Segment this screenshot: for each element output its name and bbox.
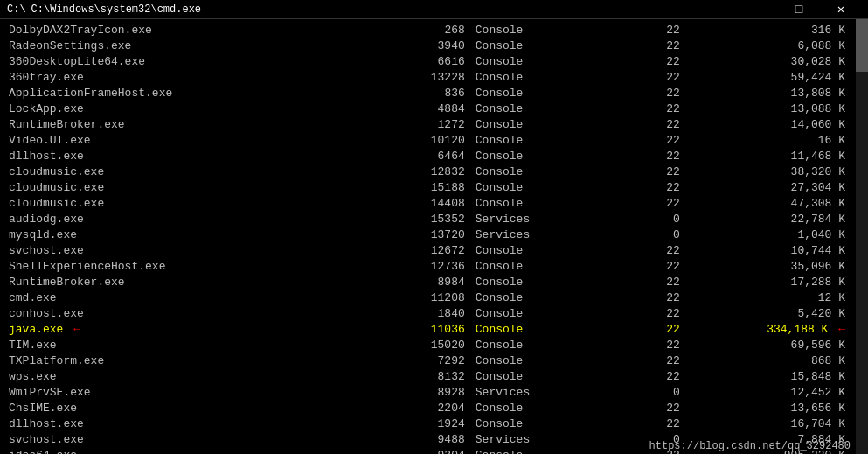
process-name: 360DesktopLite64.exe bbox=[5, 54, 369, 70]
table-row: 360tray.exe13228Console2259,424 K bbox=[5, 70, 849, 86]
title-bar: C:\ C:\Windows\system32\cmd.exe – □ ✕ bbox=[0, 0, 868, 19]
process-pid: 13720 bbox=[369, 227, 469, 243]
process-sessions: 22 bbox=[617, 306, 684, 322]
process-pid: 14408 bbox=[369, 196, 469, 212]
process-sessions: 22 bbox=[617, 275, 684, 290]
process-pid: 9304 bbox=[369, 448, 469, 454]
table-row: cloudmusic.exe15188Console2227,304 K bbox=[5, 180, 849, 196]
table-row: cloudmusic.exe14408Console2247,308 K bbox=[5, 196, 849, 212]
window-controls: – □ ✕ bbox=[737, 0, 861, 19]
process-mem: 5,420 K bbox=[684, 306, 849, 322]
process-pid: 8132 bbox=[369, 369, 469, 385]
process-pid: 268 bbox=[369, 23, 469, 38]
process-type: Services bbox=[469, 227, 617, 243]
process-sessions: 22 bbox=[617, 243, 684, 259]
process-type: Console bbox=[469, 133, 617, 149]
process-sessions: 22 bbox=[617, 322, 684, 338]
maximize-button[interactable]: □ bbox=[779, 0, 819, 19]
process-pid: 1272 bbox=[369, 117, 469, 133]
process-name: ShellExperienceHost.exe bbox=[5, 259, 369, 275]
table-row: WmiPrvSE.exe8928Services012,452 K bbox=[5, 385, 849, 401]
scrollbar[interactable] bbox=[856, 19, 868, 454]
console-area: DolbyDAX2TrayIcon.exe268Console22316 KRa… bbox=[0, 19, 868, 454]
process-type: Console bbox=[469, 54, 617, 70]
table-row: svchost.exe12672Console2210,744 K bbox=[5, 243, 849, 259]
process-type: Console bbox=[469, 290, 617, 306]
process-name: conhost.exe bbox=[5, 306, 369, 322]
process-sessions: 0 bbox=[617, 385, 684, 401]
process-sessions: 22 bbox=[617, 133, 684, 149]
table-row: conhost.exe1840Console225,420 K bbox=[5, 306, 849, 322]
table-row: cloudmusic.exe12832Console2238,320 K bbox=[5, 164, 849, 180]
process-type: Services bbox=[469, 212, 617, 227]
process-sessions: 22 bbox=[617, 70, 684, 86]
process-mem: 38,320 K bbox=[684, 164, 849, 180]
scrollbar-thumb[interactable] bbox=[856, 19, 868, 72]
process-pid: 12832 bbox=[369, 164, 469, 180]
table-row: Video.UI.exe10120Console2216 K bbox=[5, 133, 849, 149]
process-mem: 12 K bbox=[684, 290, 849, 306]
process-name: RadeonSettings.exe bbox=[5, 38, 369, 54]
process-type: Console bbox=[469, 243, 617, 259]
process-pid: 1924 bbox=[369, 416, 469, 432]
process-type: Services bbox=[469, 385, 617, 401]
process-type: Console bbox=[469, 416, 617, 432]
process-mem: 69,596 K bbox=[684, 338, 849, 353]
process-type: Console bbox=[469, 306, 617, 322]
table-row: 360DesktopLite64.exe6616Console2230,028 … bbox=[5, 54, 849, 70]
process-sessions: 22 bbox=[617, 101, 684, 117]
table-row: dllhost.exe1924Console2216,704 K bbox=[5, 416, 849, 432]
table-row: TXPlatform.exe7292Console22868 K bbox=[5, 353, 849, 369]
process-mem: 13,656 K bbox=[684, 401, 849, 416]
cmd-icon: C:\ bbox=[7, 3, 26, 16]
process-pid: 836 bbox=[369, 86, 469, 101]
process-pid: 15020 bbox=[369, 338, 469, 353]
process-type: Console bbox=[469, 401, 617, 416]
process-name: svchost.exe bbox=[5, 243, 369, 259]
process-mem: 16,704 K bbox=[684, 416, 849, 432]
process-type: Console bbox=[469, 38, 617, 54]
table-row: RadeonSettings.exe3940Console226,088 K bbox=[5, 38, 849, 54]
minimize-button[interactable]: – bbox=[737, 0, 777, 19]
process-type: Console bbox=[469, 23, 617, 38]
process-name: idea64.exe bbox=[5, 448, 369, 454]
process-pid: 11036 bbox=[369, 322, 469, 338]
process-pid: 3940 bbox=[369, 38, 469, 54]
process-name: Video.UI.exe bbox=[5, 133, 369, 149]
process-mem: 59,424 K bbox=[684, 70, 849, 86]
close-button[interactable]: ✕ bbox=[821, 0, 861, 19]
process-name: cmd.exe bbox=[5, 290, 369, 306]
process-name: dllhost.exe bbox=[5, 416, 369, 432]
process-name: 360tray.exe bbox=[5, 70, 369, 86]
table-row: audiodg.exe15352Services022,784 K bbox=[5, 212, 849, 227]
process-name: ApplicationFrameHost.exe bbox=[5, 86, 369, 101]
process-mem: 11,468 K bbox=[684, 149, 849, 164]
process-pid: 8928 bbox=[369, 385, 469, 401]
process-pid: 10120 bbox=[369, 133, 469, 149]
process-type: Console bbox=[469, 164, 617, 180]
table-row: TIM.exe15020Console2269,596 K bbox=[5, 338, 849, 353]
table-row: wps.exe8132Console2215,848 K bbox=[5, 369, 849, 385]
table-row: java.exe ←11036Console22334,188 K ← bbox=[5, 322, 849, 338]
process-name: RuntimeBroker.exe bbox=[5, 117, 369, 133]
process-sessions: 22 bbox=[617, 149, 684, 164]
table-row: RuntimeBroker.exe8984Console2217,288 K bbox=[5, 275, 849, 290]
process-pid: 12672 bbox=[369, 243, 469, 259]
process-type: Console bbox=[469, 448, 617, 454]
process-pid: 4884 bbox=[369, 101, 469, 117]
process-name: ChsIME.exe bbox=[5, 401, 369, 416]
process-sessions: 22 bbox=[617, 416, 684, 432]
process-type: Console bbox=[469, 322, 617, 338]
table-row: DolbyDAX2TrayIcon.exe268Console22316 K bbox=[5, 23, 849, 38]
process-name: RuntimeBroker.exe bbox=[5, 275, 369, 290]
process-table: DolbyDAX2TrayIcon.exe268Console22316 KRa… bbox=[5, 23, 849, 454]
process-sessions: 22 bbox=[617, 290, 684, 306]
process-name: audiodg.exe bbox=[5, 212, 369, 227]
process-name: cloudmusic.exe bbox=[5, 164, 369, 180]
process-pid: 12736 bbox=[369, 259, 469, 275]
table-row: RuntimeBroker.exe1272Console2214,060 K bbox=[5, 117, 849, 133]
process-sessions: 22 bbox=[617, 180, 684, 196]
url-text: https://blog.csdn.net/qq_3292480 bbox=[649, 440, 851, 452]
process-mem: 12,452 K bbox=[684, 385, 849, 401]
process-name: cloudmusic.exe bbox=[5, 196, 369, 212]
